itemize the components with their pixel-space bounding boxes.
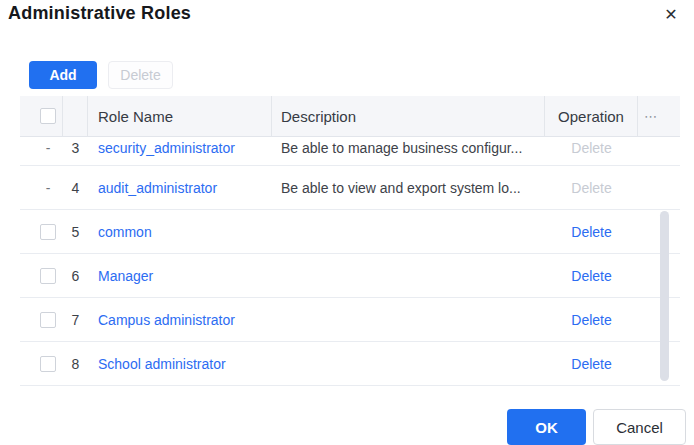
more-cell: [638, 210, 680, 253]
role-cell: audit_administrator: [88, 166, 272, 209]
role-name-link[interactable]: security_administrator: [98, 140, 235, 156]
row-index: 6: [63, 254, 88, 297]
delete-link-disabled: Delete: [571, 140, 611, 156]
row-checkbox[interactable]: [40, 268, 56, 284]
select-cell: [20, 210, 63, 253]
row-description: [272, 210, 545, 253]
table-body: - 3 security_administrator Be able to ma…: [20, 137, 680, 386]
row-description: Be able to view and export system lo...: [272, 166, 545, 209]
select-all-cell: [20, 96, 63, 137]
operation-cell: Delete: [545, 137, 638, 165]
delete-link-disabled: Delete: [571, 180, 611, 196]
more-header-cell: ⋯: [638, 96, 680, 137]
row-description: [272, 254, 545, 297]
table-row-5: 5 common Delete: [20, 210, 680, 254]
select-cell: -: [20, 137, 63, 165]
role-name-header: Role Name: [88, 96, 272, 137]
delete-link[interactable]: Delete: [571, 312, 611, 328]
select-cell: -: [20, 166, 63, 209]
row-checkbox[interactable]: [40, 224, 56, 240]
operation-cell: Delete: [545, 166, 638, 209]
more-cell: [638, 254, 680, 297]
select-cell: [20, 342, 63, 385]
scrollbar-thumb[interactable]: [660, 211, 669, 381]
row-checkbox[interactable]: [40, 356, 56, 372]
table-row-7: 7 Campus administrator Delete: [20, 298, 680, 342]
table-row-6: 6 Manager Delete: [20, 254, 680, 298]
row-description: [272, 342, 545, 385]
role-name-link[interactable]: audit_administrator: [98, 180, 217, 196]
table-header-row: Role Name Description Operation ⋯: [20, 96, 680, 137]
role-cell: Campus administrator: [88, 298, 272, 341]
more-cell: [638, 298, 680, 341]
operation-cell: Delete: [545, 298, 638, 341]
cancel-button[interactable]: Cancel: [593, 409, 686, 445]
table-row-8: 8 School administrator Delete: [20, 342, 680, 386]
locked-row-marker: -: [40, 180, 56, 196]
operation-header: Operation: [545, 96, 638, 137]
delete-link[interactable]: Delete: [571, 268, 611, 284]
ok-button[interactable]: OK: [507, 409, 586, 445]
select-cell: [20, 298, 63, 341]
row-description: [272, 298, 545, 341]
add-button[interactable]: Add: [29, 61, 97, 89]
role-name-link[interactable]: Manager: [98, 268, 153, 284]
role-cell: security_administrator: [88, 137, 272, 165]
delete-link[interactable]: Delete: [571, 356, 611, 372]
row-index: 8: [63, 342, 88, 385]
row-index: 4: [63, 166, 88, 209]
role-cell: common: [88, 210, 272, 253]
locked-row-marker: -: [40, 140, 56, 156]
row-index: 3: [63, 137, 88, 165]
table-row-3: - 3 security_administrator Be able to ma…: [20, 137, 680, 166]
close-icon[interactable]: ✕: [658, 2, 684, 28]
row-index: 5: [63, 210, 88, 253]
select-cell: [20, 254, 63, 297]
row-checkbox[interactable]: [40, 312, 56, 328]
role-name-link[interactable]: common: [98, 224, 152, 240]
operation-cell: Delete: [545, 254, 638, 297]
role-cell: School administrator: [88, 342, 272, 385]
delete-button-disabled: Delete: [108, 61, 173, 89]
dialog-title: Administrative Roles: [8, 3, 191, 24]
row-description: Be able to manage business configur...: [272, 137, 545, 165]
role-name-link[interactable]: Campus administrator: [98, 312, 235, 328]
description-header: Description: [272, 96, 545, 137]
more-cell: [638, 137, 680, 165]
more-cell: [638, 342, 680, 385]
delete-link[interactable]: Delete: [571, 224, 611, 240]
more-cell: [638, 166, 680, 209]
row-index: 7: [63, 298, 88, 341]
operation-cell: Delete: [545, 210, 638, 253]
role-name-link[interactable]: School administrator: [98, 356, 226, 372]
role-cell: Manager: [88, 254, 272, 297]
roles-table: Role Name Description Operation ⋯ - 3 se…: [20, 96, 680, 386]
administrative-roles-dialog: Administrative Roles ✕ Add Delete Role N…: [0, 0, 694, 445]
operation-cell: Delete: [545, 342, 638, 385]
table-row-4: - 4 audit_administrator Be able to view …: [20, 166, 680, 210]
select-all-checkbox[interactable]: [40, 108, 56, 124]
index-header: [63, 96, 88, 137]
column-settings-icon[interactable]: ⋯: [644, 109, 658, 124]
